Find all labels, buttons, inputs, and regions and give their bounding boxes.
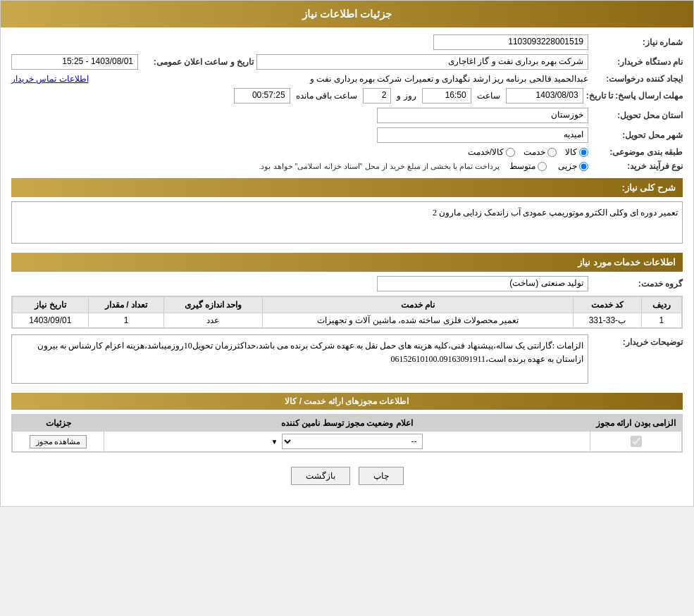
- purchase-type-radio-motevaset[interactable]: [538, 162, 547, 171]
- perm-required-cell: [590, 432, 682, 452]
- col-row: ردیف: [641, 297, 681, 313]
- deadline-remaining-label: ساعت باقی مانده: [293, 91, 361, 101]
- category-radio-kala-khedmat[interactable]: [506, 148, 515, 157]
- purchase-type-label: نوع فرآیند خرید:: [591, 161, 683, 171]
- province-value: خوزستان: [377, 108, 588, 123]
- city-label: شهر محل تحویل:: [591, 130, 683, 140]
- cell-row: 1: [641, 313, 681, 328]
- perm-status-cell: -- ▼: [104, 432, 590, 452]
- perm-col-required: الزامی بودن ارائه مجوز: [590, 415, 682, 432]
- services-section-header: اطلاعات خدمات مورد نیاز: [11, 253, 683, 272]
- category-radio-kala[interactable]: [579, 148, 588, 157]
- buyer-org-value: شرکت بهره برداری نفت و گاز اغاجاری: [256, 54, 588, 70]
- purchase-type-radio-jozyi[interactable]: [579, 162, 588, 171]
- col-code: کد خدمت: [574, 297, 641, 313]
- chevron-down-icon: ▼: [271, 438, 278, 446]
- buyer-desc-textarea[interactable]: [11, 334, 588, 384]
- category-kala-khedmat-label: کالا/خدمت: [468, 147, 504, 157]
- cell-quantity: 1: [88, 313, 164, 328]
- creator-value: عبدالحمید فالحی برنامه ریز ارشد نگهداری …: [93, 74, 588, 84]
- creator-label: ایجاد کننده درخواست:: [591, 74, 683, 84]
- cell-unit: عدد: [164, 313, 262, 328]
- deadline-label: مهلت ارسال پاسخ: تا تاریخ:: [586, 91, 683, 101]
- province-label: استان محل تحویل:: [591, 111, 683, 120]
- cell-name: تعمیر محصولات فلزی ساخته شده، ماشین آلات…: [262, 313, 574, 328]
- cell-date: 1403/09/01: [13, 313, 89, 328]
- permissions-table: الزامی بودن ارائه مجوز اعلام وضعیت مجوز …: [12, 415, 682, 452]
- service-group-label: گروه خدمت:: [591, 279, 683, 289]
- category-radio-khedmat[interactable]: [547, 148, 557, 157]
- perm-required-checkbox[interactable]: [631, 436, 642, 447]
- purchase-type-jozyi-label: جزیی: [558, 161, 577, 171]
- col-unit: واحد اندازه گیری: [164, 297, 262, 313]
- view-permit-button[interactable]: مشاهده مجوز: [30, 435, 87, 448]
- category-label: طبقه بندی موضوعی:: [591, 147, 683, 157]
- perm-col-status: اعلام وضعیت مجوز توسط نامین کننده: [104, 415, 590, 432]
- purchase-type-motevaset-label: متوسط: [509, 161, 535, 171]
- description-textarea[interactable]: [11, 201, 683, 244]
- perm-col-details: جزئیات: [13, 415, 104, 432]
- buyer-desc-label: توضیحات خریدار:: [591, 334, 683, 347]
- service-group-value: تولید صنعتی (ساخت): [377, 276, 588, 291]
- deadline-remaining: 00:57:25: [234, 88, 290, 103]
- deadline-days: 2: [363, 88, 391, 103]
- page-title: جزئیات اطلاعات نیاز: [1, 1, 693, 27]
- services-table: ردیف کد خدمت نام خدمت واحد اندازه گیری ت…: [12, 296, 682, 328]
- category-radio-group: کالا/خدمت خدمت کالا: [468, 147, 588, 157]
- deadline-time-label: ساعت: [474, 91, 503, 101]
- col-quantity: تعداد / مقدار: [88, 297, 164, 313]
- buyer-org-label: نام دستگاه خریدار:: [591, 57, 683, 67]
- deadline-time: 16:50: [422, 88, 471, 103]
- purchase-type-note: پرداخت تمام یا بخشی از مبلغ خرید از محل …: [259, 162, 500, 171]
- permissions-table-row: -- ▼ مشاهده مجوز: [13, 432, 682, 452]
- cell-code: ب-33-331: [574, 313, 641, 328]
- need-number-value: 1103093228001519: [433, 34, 588, 50]
- print-button[interactable]: چاپ: [359, 467, 404, 485]
- deadline-days-label: روز و: [394, 91, 419, 101]
- creator-contact-link[interactable]: اطلاعات تماس خریدار: [11, 74, 89, 84]
- perm-details-cell: مشاهده مجوز: [13, 432, 104, 452]
- city-value: امیدیه: [377, 127, 588, 143]
- category-kala-label: کالا: [565, 147, 577, 157]
- deadline-date: 1403/08/03: [506, 88, 583, 103]
- need-number-label: شماره نیاز:: [591, 37, 683, 47]
- category-khedmat-label: خدمت: [523, 147, 545, 157]
- services-table-container: ردیف کد خدمت نام خدمت واحد اندازه گیری ت…: [11, 296, 683, 329]
- back-button[interactable]: بازگشت: [291, 467, 350, 485]
- col-name: نام خدمت: [262, 297, 574, 313]
- permissions-section-header[interactable]: اطلاعات مجوزهای ارائه خدمت / کالا: [11, 393, 683, 410]
- footer-buttons: چاپ بازگشت: [11, 467, 683, 485]
- description-section-header: شرح کلی نیاز:: [11, 178, 683, 197]
- announce-date-value: 1403/08/01 - 15:25: [11, 54, 138, 70]
- table-row: 1 ب-33-331 تعمیر محصولات فلزی ساخته شده،…: [13, 313, 682, 328]
- col-date: تاریخ نیاز: [13, 297, 89, 313]
- announce-date-label: تاریخ و ساعت اعلان عمومی:: [141, 57, 254, 67]
- permissions-table-container: الزامی بودن ارائه مجوز اعلام وضعیت مجوز …: [11, 414, 683, 453]
- purchase-type-group: متوسط جزیی: [509, 161, 588, 171]
- perm-status-select[interactable]: --: [282, 434, 423, 449]
